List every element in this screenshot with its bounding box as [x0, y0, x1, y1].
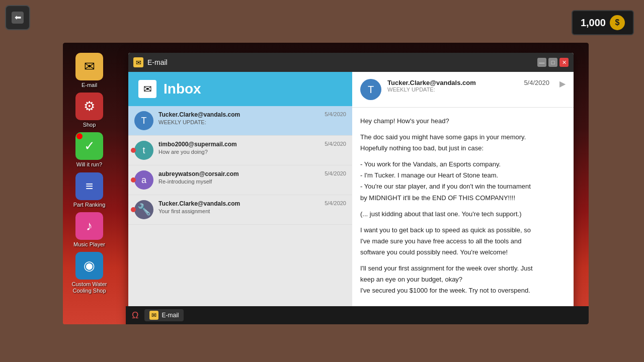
- detail-date: 5/4/2020: [524, 79, 549, 86]
- email-info-2: aubreywatson@corsair.com Re-introducing …: [158, 170, 319, 185]
- detail-avatar: T: [360, 79, 381, 100]
- email-line-6: I'll send your first assignment for the …: [360, 263, 566, 296]
- email-date-3: 5/4/2020: [325, 200, 346, 206]
- email-date-2: 5/4/2020: [325, 170, 346, 176]
- taskbar-email-icon: ✉: [149, 311, 158, 320]
- headphone-icon: Ω: [132, 310, 138, 321]
- email-date-1: 5/4/2020: [325, 141, 346, 147]
- desktop-icon-email[interactable]: ✉ E-mail: [70, 53, 108, 88]
- scroll-right-arrow: ▶: [559, 79, 566, 88]
- detail-subject-label: WEEKLY UPDATE:: [387, 86, 518, 93]
- back-button[interactable]: ⬅: [5, 5, 30, 30]
- inbox-header: ✉ Inbox: [128, 72, 352, 106]
- email-item-1[interactable]: t timbo2000@supermail.com How are you do…: [128, 136, 352, 165]
- email-list: T Tucker.Clarke@vandals.com WEEKLY UPDAT…: [128, 106, 352, 324]
- inbox-icon: ✉: [138, 80, 156, 98]
- svg-text:⬅: ⬅: [15, 13, 21, 22]
- title-bar-icon: ✉: [133, 57, 143, 67]
- detail-header-info: Tucker.Clarke@vandals.com WEEKLY UPDATE:: [387, 79, 518, 93]
- minimize-button[interactable]: —: [537, 58, 546, 67]
- email-subject-2: Re-introducing myself: [158, 178, 319, 185]
- email-sender-2: aubreywatson@corsair.com: [158, 170, 319, 177]
- email-info-3: Tucker.Clarke@vandals.com Your first ass…: [158, 200, 319, 214]
- email-line-1: Hey champ! How's your head?: [360, 116, 566, 127]
- desktop-icon-part-ranking[interactable]: ≡ Part Ranking: [70, 172, 108, 208]
- email-item-0[interactable]: T Tucker.Clarke@vandals.com WEEKLY UPDAT…: [128, 106, 352, 136]
- email-line-4: (... just kidding about that last one. Y…: [360, 209, 566, 220]
- desktop-icon-custom-water-label: Custom Water Cooling Shop: [70, 281, 108, 294]
- email-scroll-area[interactable]: Hey champ! How's your head? The doc said…: [352, 108, 574, 324]
- back-icon: ⬅: [11, 11, 25, 25]
- maximize-button[interactable]: □: [548, 58, 557, 67]
- will-it-run-dot: [76, 133, 83, 139]
- close-button[interactable]: ✕: [559, 58, 569, 67]
- email-subject-1: How are you doing?: [158, 149, 319, 155]
- email-body: ✉ Inbox T Tucker.Clarke@vandals.com WEEK…: [128, 72, 574, 324]
- title-bar-text: E-mail: [147, 58, 533, 66]
- email-content: Hey champ! How's your head? The doc said…: [360, 116, 566, 296]
- email-subject-0: WEEKLY UPDATE:: [158, 119, 319, 125]
- desktop-icon-email-label: E-mail: [82, 82, 97, 88]
- taskbar-email-label: E-mail: [162, 312, 179, 319]
- email-line-2: The doc said you might have some gaps in…: [360, 132, 566, 154]
- money-icon: $: [610, 15, 625, 30]
- email-date-0: 5/4/2020: [325, 111, 346, 117]
- email-left-panel: ✉ Inbox T Tucker.Clarke@vandals.com WEEK…: [128, 72, 352, 324]
- email-item-3[interactable]: 🔧 Tucker.Clarke@vandals.com Your first a…: [128, 195, 352, 225]
- desktop-icon-music-player-label: Music Player: [73, 241, 105, 248]
- email-subject-3: Your first assignment: [158, 208, 319, 214]
- desktop-icon-shop-label: Shop: [83, 122, 96, 128]
- email-detail-header: T Tucker.Clarke@vandals.com WEEKLY UPDAT…: [352, 72, 574, 108]
- email-sender-1: timbo2000@supermail.com: [158, 141, 319, 148]
- email-line-3: - You work for the Vandals, an Esports c…: [360, 159, 566, 203]
- email-info-1: timbo2000@supermail.com How are you doin…: [158, 141, 319, 155]
- desktop-icon-shop[interactable]: ⚙ Shop: [70, 93, 108, 128]
- email-info-0: Tucker.Clarke@vandals.com WEEKLY UPDATE:: [158, 111, 319, 125]
- desktop-icon-will-it-run[interactable]: ✓ Will it run?: [70, 132, 108, 168]
- desktop-icon-part-ranking-label: Part Ranking: [73, 202, 106, 208]
- money-display: 1,000 $: [572, 10, 634, 35]
- taskbar: Ω ✉ E-mail 6:44 AM: [126, 306, 589, 324]
- email-right-panel: T Tucker.Clarke@vandals.com WEEKLY UPDAT…: [352, 72, 574, 324]
- screen: ✉ E-mail ⚙ Shop ✓ Will it run? ≡ Part Ra…: [63, 43, 589, 324]
- email-window: ✉ E-mail — □ ✕ ✉ Inbox T: [128, 53, 574, 324]
- detail-sender: Tucker.Clarke@vandals.com: [387, 79, 518, 86]
- desktop-icons: ✉ E-mail ⚙ Shop ✓ Will it run? ≡ Part Ra…: [70, 53, 108, 294]
- title-bar: ✉ E-mail — □ ✕: [128, 53, 574, 72]
- desktop-icon-will-it-run-label: Will it run?: [76, 161, 102, 168]
- email-line-5: I want you to get back up to speed as qu…: [360, 225, 566, 258]
- email-sender-3: Tucker.Clarke@vandals.com: [158, 200, 319, 207]
- email-avatar-2: a: [134, 170, 153, 190]
- desktop-icon-music-player[interactable]: ♪ Music Player: [70, 212, 108, 248]
- email-avatar-0: T: [134, 111, 153, 130]
- email-sender-0: Tucker.Clarke@vandals.com: [158, 111, 319, 118]
- desktop-icon-custom-water[interactable]: ◉ Custom Water Cooling Shop: [70, 252, 108, 294]
- email-avatar-3: 🔧: [134, 200, 153, 219]
- inbox-title: Inbox: [164, 81, 201, 97]
- money-amount: 1,000: [581, 17, 606, 29]
- email-avatar-1: t: [134, 141, 153, 160]
- email-item-2[interactable]: a aubreywatson@corsair.com Re-introducin…: [128, 165, 352, 195]
- title-bar-buttons: — □ ✕: [537, 58, 569, 67]
- taskbar-email-item[interactable]: ✉ E-mail: [144, 309, 184, 321]
